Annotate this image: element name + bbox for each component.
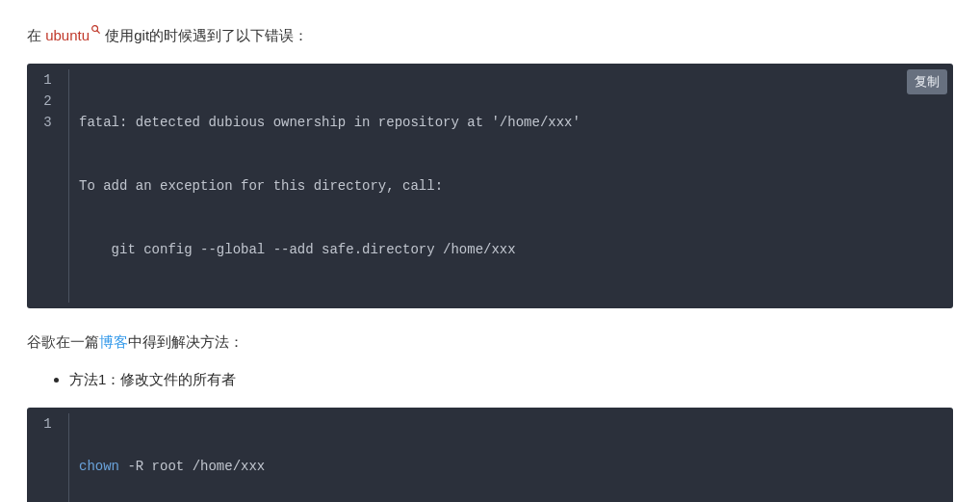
search-icon[interactable] [90, 24, 101, 35]
copy-button[interactable]: 复制 [907, 69, 947, 94]
code-block-chown: 1 chown -R root /home/xxx [27, 408, 953, 503]
intro-paragraph: 在 ubuntu 使用git的时候遇到了以下错误： [27, 23, 953, 48]
solution-intro: 谷歌在一篇博客中得到解决方法： [27, 330, 953, 355]
intro-before: 在 [27, 27, 45, 43]
intro-after: 使用git的时候遇到了以下错误： [101, 27, 308, 43]
code-row: 1 2 3 fatal: detected dubious ownership … [27, 69, 953, 303]
blog-link[interactable]: 博客 [99, 333, 128, 350]
svg-line-1 [97, 31, 100, 34]
method-1-item: 方法1：修改文件的所有者 [69, 367, 953, 392]
line-numbers: 1 [27, 413, 69, 503]
code-block-error: 复制 1 2 3 fatal: detected dubious ownersh… [27, 64, 953, 308]
svg-point-0 [92, 26, 98, 32]
line-numbers: 1 2 3 [27, 69, 69, 303]
code-content[interactable]: fatal: detected dubious ownership in rep… [69, 69, 953, 303]
ubuntu-link[interactable]: ubuntu [45, 27, 90, 43]
code-content[interactable]: chown -R root /home/xxx [69, 413, 953, 503]
